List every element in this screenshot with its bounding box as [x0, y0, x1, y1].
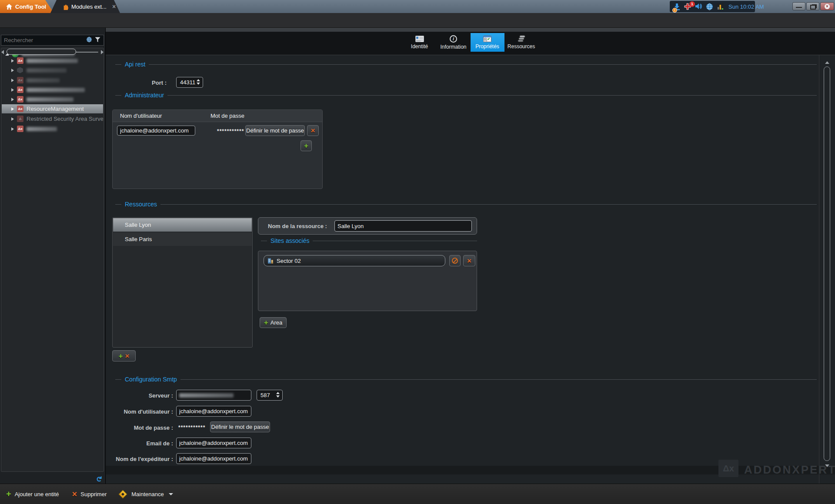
expand-icon[interactable]	[11, 107, 14, 111]
plugin-icon: Δx	[17, 126, 23, 132]
section-configuration-smtp: Configuration Smtp	[115, 376, 817, 383]
redacted-server-value	[179, 393, 234, 398]
smtp-username-input[interactable]	[176, 406, 251, 417]
add-entity-button[interactable]: + Ajouter une entité	[6, 490, 59, 498]
network-globe-icon[interactable]	[706, 3, 713, 10]
remove-site-button[interactable]: ×	[463, 255, 475, 266]
plugin-icon: Δx	[17, 96, 23, 103]
tree-item-plugin[interactable]: Δx	[2, 124, 103, 133]
associated-sites-panel: Sector 02 ×	[258, 251, 477, 311]
tree-item-restricted-surveillance[interactable]: Δ Restricted Security Area Surveillance	[2, 114, 103, 123]
tab-config-tool[interactable]: Config Tool	[0, 0, 54, 13]
identity-card-icon	[415, 36, 424, 42]
delete-x-icon: ×	[467, 257, 471, 265]
resource-name-input[interactable]	[334, 220, 472, 232]
resource-meter-icon[interactable]	[717, 3, 724, 10]
refresh-icon[interactable]: ↻	[94, 476, 104, 482]
add-plus-icon[interactable]: +	[119, 352, 123, 360]
configuration-page: Identité i Information Propriétés Ressou…	[106, 28, 835, 484]
redacted-label	[27, 88, 85, 92]
close-button[interactable]: ×	[820, 2, 834, 10]
add-plus-icon: +	[304, 142, 308, 149]
minimize-button[interactable]	[792, 2, 805, 10]
plugin-icon: Δx	[17, 86, 23, 93]
expand-icon[interactable]	[11, 127, 14, 131]
tab-modules-label: Modules ext...	[71, 3, 107, 10]
volume-icon[interactable]	[695, 3, 702, 10]
spinner-arrows-icon[interactable]	[276, 392, 280, 398]
smtp-set-password-button[interactable]: Définir le mot de passe	[210, 421, 270, 432]
smtp-port-value: 587	[261, 392, 270, 398]
tree-item-plugin[interactable]: Δx	[2, 56, 103, 65]
chevron-down-icon	[169, 493, 173, 495]
smtp-sender-input[interactable]	[176, 453, 251, 464]
filter-funnel-icon[interactable]	[95, 36, 100, 44]
scroll-down-icon[interactable]	[825, 464, 829, 467]
maintenance-menu-button[interactable]: Maintenance	[120, 491, 173, 497]
tab-modules-ext[interactable]: Modules ext... ×	[50, 0, 120, 13]
notification-count-badge: 1	[689, 1, 695, 7]
add-remove-resource-buttons[interactable]: + ×	[112, 350, 136, 361]
info-icon: i	[450, 35, 457, 43]
expand-icon[interactable]	[11, 59, 14, 63]
window-tab-bar: Config Tool Modules ext... × ! 1	[0, 0, 835, 13]
smtp-username-label: Nom d'utilisateur :	[110, 408, 173, 415]
tab-information[interactable]: i Information	[437, 33, 471, 52]
clock-time[interactable]: Sun 10:02 AM	[728, 3, 764, 10]
tree-item-resource-management[interactable]: Δx ResourceManagement	[2, 104, 103, 113]
tree-item-label: Restricted Security Area Surveillance	[27, 116, 103, 122]
search-input[interactable]	[1, 37, 86, 43]
tab-identite[interactable]: Identité	[403, 33, 437, 52]
expand-icon[interactable]	[11, 69, 14, 72]
section-title: Configuration Smtp	[125, 376, 177, 383]
expand-icon[interactable]	[11, 117, 14, 121]
scroll-up-icon[interactable]	[825, 61, 829, 64]
redacted-label	[27, 127, 57, 131]
expand-icon[interactable]	[11, 98, 14, 101]
resource-item-salle-lyon[interactable]: Salle Lyon	[113, 218, 252, 232]
smtp-server-input[interactable]	[176, 390, 251, 401]
scrollbar-thumb[interactable]	[824, 66, 830, 461]
add-admin-button[interactable]: +	[301, 140, 312, 151]
tree-item-plugin[interactable]	[2, 66, 103, 75]
delete-entity-button[interactable]: × Supprimer	[72, 490, 107, 498]
resource-item-salle-paris[interactable]: Salle Paris	[113, 232, 252, 246]
spinner-arrows-icon[interactable]	[197, 79, 200, 85]
smtp-email-input[interactable]	[176, 438, 251, 448]
smtp-port-spinner[interactable]: 587	[257, 390, 283, 401]
port-label: Port :	[132, 80, 167, 86]
health-cross-icon[interactable]: 1	[684, 3, 691, 10]
delete-x-icon[interactable]: ×	[125, 352, 130, 360]
remove-admin-button[interactable]: ×	[307, 125, 319, 136]
addonxpert-logo: Δx	[718, 460, 738, 477]
plugin-icon: Δx	[17, 77, 23, 83]
port-spinner[interactable]: 44311	[176, 77, 203, 88]
smtp-server-label: Serveur :	[110, 392, 173, 399]
set-password-button[interactable]: Définir le mot de passe	[245, 125, 305, 136]
application-window: Config Tool Modules ext... × ! 1	[0, 0, 835, 504]
expand-icon[interactable]	[11, 79, 14, 82]
search-scope-globe-icon[interactable]	[86, 36, 92, 44]
delete-x-icon: ×	[311, 127, 315, 134]
maximize-button[interactable]	[806, 2, 819, 10]
admin-username-input[interactable]	[117, 126, 195, 136]
tree-item-plugin[interactable]: Δx	[2, 76, 103, 85]
properties-form-icon	[483, 36, 491, 42]
tab-ressources[interactable]: Ressources	[504, 33, 538, 52]
add-area-button[interactable]: + Area	[260, 317, 287, 328]
tree-item-plugin[interactable]: Δx	[2, 95, 103, 104]
expand-icon[interactable]	[11, 88, 14, 92]
unlink-site-button[interactable]	[449, 255, 461, 266]
download-tray-icon[interactable]: !	[673, 3, 681, 10]
close-tab-icon[interactable]: ×	[112, 3, 116, 10]
area-building-icon	[267, 258, 274, 264]
scroll-right-icon[interactable]	[101, 50, 104, 54]
tab-proprietes[interactable]: Propriétés	[471, 33, 504, 52]
add-plus-icon: +	[264, 319, 268, 326]
scrollbar-thumb[interactable]	[7, 49, 76, 55]
scroll-left-icon[interactable]	[1, 50, 4, 54]
page-vertical-scrollbar[interactable]	[819, 55, 835, 484]
site-entry-sector-02[interactable]: Sector 02	[264, 255, 445, 266]
tree-item-plugin[interactable]: Δx	[2, 85, 103, 94]
resources-stack-icon	[518, 35, 525, 42]
